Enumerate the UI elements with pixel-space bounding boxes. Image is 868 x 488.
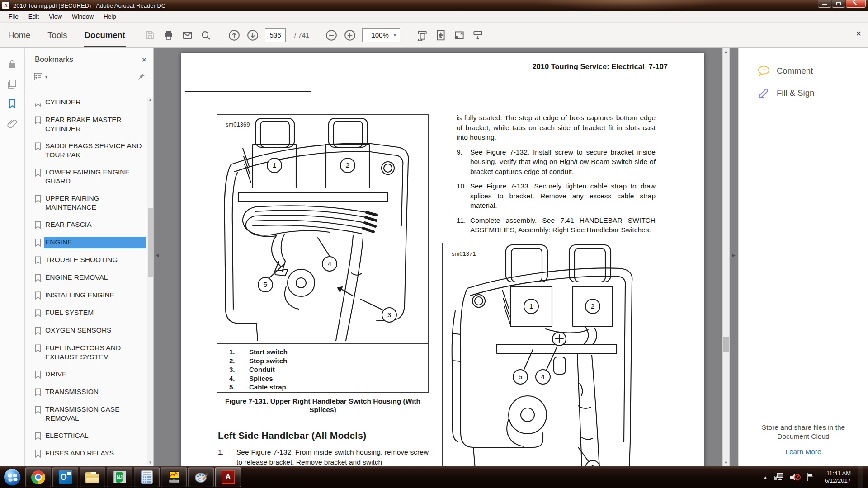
scrolling-mode-button[interactable]	[416, 29, 429, 42]
taskbar-nj-app-button[interactable]: NJ	[107, 467, 132, 487]
print-button[interactable]	[162, 29, 175, 42]
legend-label: Stop switch	[249, 357, 287, 366]
bookmark-icon	[34, 326, 42, 335]
bookmarks-list: CYLINDER REAR BRAKE MASTER CYLINDER SADD…	[25, 96, 147, 466]
scroll-down-icon[interactable]: ▼	[723, 460, 729, 465]
collapse-left-panel-icon[interactable]: ◄	[155, 252, 160, 258]
menu-edit[interactable]: Edit	[24, 11, 44, 22]
callout-5: 5	[264, 281, 267, 288]
read-mode-button[interactable]	[472, 29, 484, 42]
show-hidden-icons-button[interactable]: ▲	[763, 475, 768, 480]
zoom-out-button[interactable]	[325, 29, 338, 42]
bookmark-item[interactable]: ENGINE REMOVAL	[31, 269, 146, 287]
bookmark-item[interactable]: CYLINDER	[31, 97, 146, 112]
bookmark-item[interactable]: SADDLEBAGS SERVICE AND TOUR PAK	[31, 138, 146, 164]
toolbar-close-icon[interactable]: ✕	[856, 30, 862, 38]
bookmark-item[interactable]: REAR BRAKE MASTER CYLINDER	[31, 112, 146, 138]
bookmark-item[interactable]: REAR FASCIA	[31, 216, 146, 234]
bookmark-item[interactable]: STARTER	[31, 463, 146, 466]
menu-help[interactable]: Help	[99, 11, 121, 22]
menu-window[interactable]: Window	[67, 11, 99, 22]
scrollbar-thumb[interactable]	[148, 208, 153, 277]
pin-icon[interactable]	[137, 72, 146, 81]
zoom-level-dropdown[interactable]: 100% ▾	[362, 28, 400, 42]
zoom-in-button[interactable]	[344, 29, 356, 42]
document-scrollbar[interactable]: ▲ ▼	[722, 48, 730, 466]
bookmark-icon	[34, 370, 42, 379]
figure-7-132-drawing: sm01371 1 2 5 4 3	[443, 243, 654, 466]
nj-app-icon: NJ	[113, 471, 126, 483]
minimize-button[interactable]	[818, 0, 831, 8]
action-center-flag-icon[interactable]	[806, 472, 814, 482]
taskbar-clock[interactable]: 11:41 AM 6/12/2017	[819, 470, 851, 484]
chrome-icon	[31, 470, 45, 484]
search-button[interactable]	[199, 29, 212, 42]
scroll-up-icon[interactable]: ▲	[723, 49, 729, 54]
taskbar-calculator-button[interactable]	[134, 467, 160, 487]
tab-home[interactable]: Home	[8, 23, 30, 47]
bookmark-icon	[34, 273, 42, 282]
bookmarks-scrollbar[interactable]: ▲ ▼	[147, 97, 153, 465]
bookmarks-close-icon[interactable]: ×	[142, 55, 147, 64]
expand-right-panel-icon[interactable]: ►	[731, 252, 736, 258]
bookmarks-panel-icon[interactable]	[7, 99, 18, 109]
bookmark-item[interactable]: DRIVE	[31, 366, 146, 384]
bookmark-item[interactable]: OXYGEN SENSORS	[31, 322, 146, 340]
scroll-down-icon[interactable]: ▼	[147, 460, 153, 465]
bookmark-item[interactable]: FUSES AND RELAYS	[31, 445, 146, 463]
attachments-icon[interactable]	[7, 118, 18, 129]
comment-tool[interactable]: Comment	[739, 60, 868, 82]
bookmark-item[interactable]: ELECTRICAL	[31, 427, 146, 445]
divider	[25, 95, 153, 95]
taskbar-chrome-button[interactable]	[25, 467, 51, 487]
menu-file[interactable]: File	[4, 11, 24, 22]
previous-page-button[interactable]	[228, 29, 241, 42]
maximize-button[interactable]	[832, 0, 845, 8]
scrollbar-thumb[interactable]	[723, 337, 729, 352]
bookmark-item[interactable]: TRANSMISSION	[31, 384, 146, 401]
scroll-up-icon[interactable]: ▲	[147, 98, 153, 102]
tab-document[interactable]: Document	[85, 23, 125, 47]
taskbar-paint-button[interactable]	[188, 467, 214, 487]
full-screen-button[interactable]	[453, 29, 466, 42]
start-button[interactable]	[0, 469, 24, 486]
bookmarks-options-button[interactable]: ▾	[34, 73, 137, 81]
search-icon	[200, 30, 211, 41]
tools-panel: Comment Fill & Sign Store and share file…	[738, 48, 868, 466]
network-icon[interactable]	[773, 472, 784, 482]
bookmark-item[interactable]: INSTALLING ENGINE	[31, 287, 146, 305]
page-number-input[interactable]	[265, 28, 286, 42]
callout-3: 3	[387, 311, 391, 319]
bookmark-item[interactable]: UPPER FAIRING MAINTENANCE	[31, 190, 146, 216]
fit-width-icon	[416, 29, 428, 41]
taskbar-adobe-reader-button[interactable]: A	[215, 467, 241, 487]
page-down-icon	[246, 29, 259, 42]
bookmark-item[interactable]: FUEL INJECTORS AND EXHAUST SYSTEM	[31, 340, 146, 366]
chevron-down-icon: ▾	[45, 75, 47, 80]
email-button[interactable]	[181, 29, 193, 42]
menu-view[interactable]: View	[44, 11, 67, 22]
bookmark-item[interactable]: FUEL SYSTEM	[31, 305, 146, 322]
fit-page-button[interactable]	[434, 29, 447, 42]
bookmark-item[interactable]: TRANSMISSION CASE REMOVAL	[31, 401, 146, 427]
taskbar-system-monitor-button[interactable]	[161, 467, 187, 487]
step-text: See Figure 7-133. Securely tighten cable…	[470, 181, 656, 211]
learn-more-link[interactable]: Learn More	[739, 448, 868, 456]
fill-sign-tool[interactable]: Fill & Sign	[739, 82, 868, 104]
tab-tools[interactable]: Tools	[47, 23, 67, 47]
next-page-button[interactable]	[246, 29, 259, 42]
chevron-down-icon: ▾	[394, 32, 396, 38]
taskbar-file-explorer-button[interactable]	[80, 467, 105, 487]
show-desktop-button[interactable]	[858, 466, 863, 488]
navigation-rail	[0, 48, 25, 466]
bookmark-icon	[34, 142, 42, 151]
taskbar-outlook-button[interactable]: O	[52, 467, 78, 487]
volume-muted-icon[interactable]	[789, 472, 801, 482]
page-thumbnails-icon[interactable]	[7, 79, 18, 89]
security-lock-icon[interactable]	[7, 59, 18, 70]
save-button[interactable]	[144, 29, 156, 42]
bookmark-item[interactable]: LOWER FAIRING ENGINE GUARD	[31, 164, 146, 190]
close-button[interactable]	[846, 0, 866, 8]
bookmark-item-selected[interactable]: ENGINE	[31, 234, 146, 252]
bookmark-item[interactable]: TROUBLE SHOOTING	[31, 252, 146, 269]
